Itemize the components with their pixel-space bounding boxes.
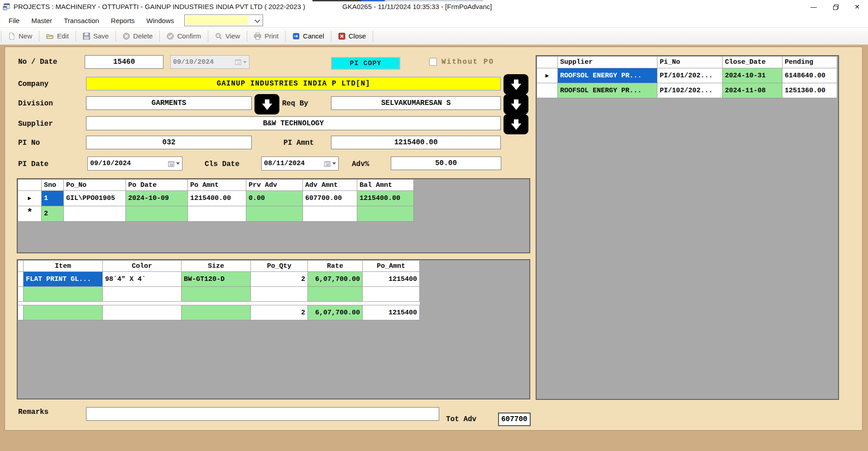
- grid-cell[interactable]: 2024-10-31: [723, 68, 782, 83]
- item-grid-header[interactable]: Color: [103, 261, 182, 272]
- supplier-lookup-button[interactable]: [504, 114, 528, 134]
- grid-cell[interactable]: [188, 206, 246, 222]
- grid-cell[interactable]: [246, 206, 303, 222]
- row-selector-cell[interactable]: [537, 83, 558, 98]
- print-button[interactable]: Print: [248, 29, 284, 43]
- close-window-button[interactable]: ✕: [846, 0, 868, 14]
- grid-cell[interactable]: PI/101/202...: [657, 68, 723, 83]
- grid-cell[interactable]: 1: [42, 191, 64, 206]
- view-button[interactable]: View: [209, 29, 246, 43]
- window-controls: — ✕: [803, 0, 868, 14]
- cls-date-picker[interactable]: 08/11/2024: [261, 157, 339, 171]
- grid-cell[interactable]: 6,07,700.00: [308, 272, 363, 287]
- grid-cell: [182, 305, 251, 320]
- po-grid-header[interactable]: Po_No: [64, 180, 126, 191]
- company-field[interactable]: GAINUP INDUSTRIES INDIA P LTD[N]: [86, 77, 501, 90]
- adv-pct-field[interactable]: 50.00: [391, 157, 501, 170]
- grid-cell[interactable]: [24, 287, 103, 302]
- restore-button[interactable]: [825, 0, 846, 14]
- menu-file[interactable]: File: [3, 14, 25, 27]
- grid-cell[interactable]: 98`4" X 4`: [103, 272, 182, 287]
- grid-cell[interactable]: ROOFSOL ENERGY PR...: [558, 68, 657, 83]
- po-grid-header[interactable]: Sno: [42, 180, 64, 191]
- grid-cell[interactable]: [103, 287, 182, 302]
- row-selector-cell[interactable]: ▶: [537, 68, 558, 83]
- grid-cell[interactable]: [363, 287, 420, 302]
- delete-button[interactable]: Delete: [117, 29, 158, 43]
- minimize-button[interactable]: —: [803, 0, 825, 14]
- edit-button[interactable]: Edit: [40, 29, 75, 43]
- row-selector-cell[interactable]: ▶: [18, 191, 42, 206]
- remarks-input[interactable]: [86, 407, 439, 421]
- grid-cell[interactable]: [126, 206, 188, 222]
- row-selector-cell[interactable]: [18, 287, 24, 302]
- save-button[interactable]: Save: [77, 29, 115, 43]
- grid-cell[interactable]: [182, 287, 251, 302]
- item-grid-header[interactable]: Size: [182, 261, 251, 272]
- row-selector-cell[interactable]: [18, 305, 24, 320]
- grid-corner-cell[interactable]: [18, 180, 42, 191]
- company-lookup-button[interactable]: [504, 74, 528, 95]
- menu-transaction[interactable]: Transaction: [58, 14, 105, 27]
- grid-cell[interactable]: 0.00: [246, 191, 303, 206]
- cancel-button[interactable]: Cancel: [287, 29, 330, 43]
- pending-grid-header[interactable]: Supplier: [558, 57, 657, 68]
- grid-cell[interactable]: FLAT PRINT GL...: [24, 272, 103, 287]
- grid-cell[interactable]: ROOFSOL ENERGY PR...: [558, 83, 657, 98]
- row-selector-cell[interactable]: [18, 272, 24, 287]
- window-select-combo[interactable]: [184, 14, 263, 26]
- pi-copy-button[interactable]: PI COPY: [331, 57, 400, 70]
- pi-date-picker[interactable]: 09/10/2024: [87, 157, 182, 171]
- po-grid-header[interactable]: Po Date: [126, 180, 188, 191]
- req-by-lookup-button[interactable]: [504, 94, 528, 114]
- grid-cell[interactable]: 2: [251, 272, 308, 287]
- po-grid-header[interactable]: Prv Adv: [246, 180, 303, 191]
- grid-cell[interactable]: [251, 287, 308, 302]
- grid-cell[interactable]: 1215400: [363, 272, 420, 287]
- grid-cell[interactable]: PI/102/202...: [657, 83, 723, 98]
- menu-master[interactable]: Master: [25, 14, 58, 27]
- down-arrow-icon: [509, 97, 523, 112]
- doc-no-field[interactable]: 15460: [85, 55, 163, 69]
- pending-grid-header[interactable]: Pending: [782, 57, 837, 68]
- grid-cell[interactable]: 1251360.00: [782, 83, 837, 98]
- pi-no-field[interactable]: 032: [86, 136, 252, 149]
- grid-cell[interactable]: 1215400.00: [357, 191, 414, 206]
- grid-corner-cell[interactable]: [537, 57, 558, 68]
- item-grid-header[interactable]: Po_Amnt: [363, 261, 420, 272]
- grid-cell[interactable]: [64, 206, 126, 222]
- item-grid-header[interactable]: Item: [24, 261, 103, 272]
- confirm-button[interactable]: Confirm: [161, 29, 207, 43]
- req-by-field[interactable]: SELVAKUMARESAN S: [331, 96, 501, 110]
- row-selector-cell[interactable]: *: [18, 206, 42, 222]
- close-button[interactable]: Close: [332, 29, 372, 43]
- grid-cell[interactable]: [357, 206, 414, 222]
- grid-cell[interactable]: 2024-10-09: [126, 191, 188, 206]
- grid-cell[interactable]: 2: [42, 206, 64, 222]
- division-lookup-button[interactable]: [254, 94, 279, 114]
- pi-amnt-field[interactable]: 1215400.00: [331, 136, 501, 149]
- pending-grid-header[interactable]: Pi_No: [657, 57, 723, 68]
- doc-date-picker[interactable]: 09/10/2024: [170, 55, 249, 69]
- grid-cell[interactable]: GIL\PPO01905: [64, 191, 126, 206]
- grid-cell[interactable]: 6148640.00: [782, 68, 837, 83]
- item-grid-header[interactable]: Po_Qty: [251, 261, 308, 272]
- grid-cell[interactable]: 607700.00: [303, 191, 357, 206]
- division-field[interactable]: GARMENTS: [86, 96, 252, 110]
- new-button[interactable]: New: [2, 29, 38, 43]
- grid-corner-cell[interactable]: [18, 261, 24, 272]
- without-po-checkbox[interactable]: [429, 58, 437, 66]
- grid-cell[interactable]: BW-GT120-D: [182, 272, 251, 287]
- po-grid-header[interactable]: Bal Amnt: [357, 180, 414, 191]
- menu-windows[interactable]: Windows: [140, 14, 180, 27]
- grid-cell[interactable]: 2024-11-08: [723, 83, 782, 98]
- pending-grid-header[interactable]: Close_Date: [723, 57, 782, 68]
- supplier-field[interactable]: B&W TECHNOLOGY: [86, 116, 501, 130]
- po-grid-header[interactable]: Adv Amnt: [303, 180, 357, 191]
- grid-cell[interactable]: 1215400.00: [188, 191, 246, 206]
- item-grid-header[interactable]: Rate: [308, 261, 363, 272]
- po-grid-header[interactable]: Po Amnt: [188, 180, 246, 191]
- grid-cell[interactable]: [303, 206, 357, 222]
- grid-cell[interactable]: [308, 287, 363, 302]
- menu-reports[interactable]: Reports: [105, 14, 141, 27]
